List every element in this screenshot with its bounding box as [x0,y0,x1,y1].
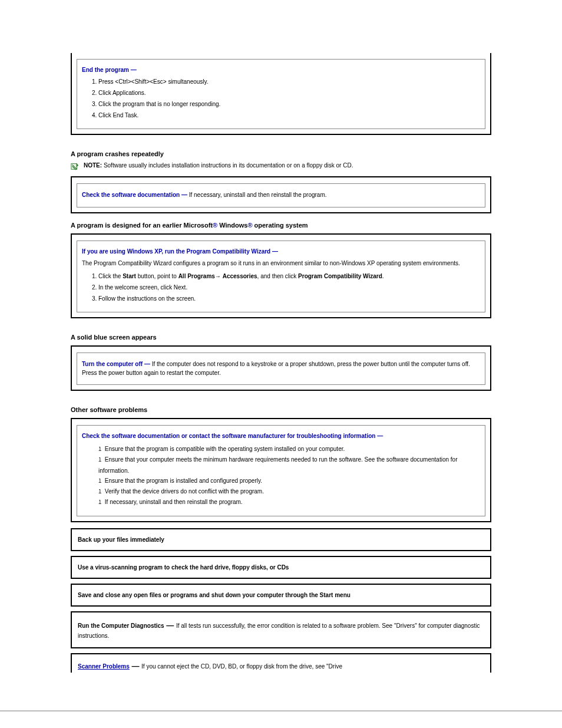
instruction-box-end-program: End the program — Press <Ctrl><Shift><Es… [71,53,491,135]
instruction-box-compat-wizard: If you are using Windows XP, run the Pro… [71,233,491,319]
inner-box: Turn the computer off — If the computer … [77,353,485,385]
dash: — [130,661,141,670]
row-box-virus-scan: Use a virus-scanning program to check th… [71,556,491,579]
step: Click End Task. [98,110,480,120]
row-box-backup: Back up your files immediately [71,528,491,551]
heading-part2: Windows [217,222,247,229]
lead-text: End the program — [82,67,137,73]
row-tail: If you cannot eject the CD, DVD, BD, or … [141,663,342,670]
row-text: Save and close any open files or program… [78,592,351,598]
lead-text: Turn the computer off — [82,361,150,367]
row-text: Use a virus-scanning program to check th… [78,564,289,571]
inner-box: Check the software documentation — If ne… [77,183,485,207]
step-text: Click the Start button, point to All Pro… [98,273,384,279]
bullet: Ensure that the program is installed and… [98,476,480,486]
inner-box: End the program — Press <Ctrl><Shift><Es… [77,59,485,129]
row-link-placeholder[interactable]: Drivers [396,622,415,629]
note-row: NOTE: Software usually includes installa… [71,162,491,170]
lead-text: Check the software documentation — [82,192,187,198]
step: In the welcome screen, click Next. [98,282,480,292]
instruction-box-contact-manufacturer: Check the software documentation or cont… [71,418,491,522]
inner-box: Check the software documentation or cont… [77,425,485,516]
row-box-diagnostics: Run the Computer Diagnostics — If all te… [71,611,491,648]
note-text: NOTE: Software usually includes installa… [84,162,353,169]
content-area: End the program — Press <Ctrl><Shift><Es… [0,0,562,689]
heading-part1: A program is designed for an earlier Mic… [71,222,213,229]
bullet: Verify that the device drivers do not co… [98,486,480,497]
bullet: Ensure that the program is compatible wi… [98,444,480,454]
step: Follow the instructions on the screen. [98,294,480,304]
scanner-problems-link[interactable]: Scanner Problems [78,663,130,670]
bullet-list: Ensure that the program is compatible wi… [90,444,480,508]
heading-other-problems: Other software problems [71,406,491,413]
footer-rule [0,710,562,711]
lead-row: If you are using Windows XP, run the Pro… [82,248,480,255]
dash: — [164,621,176,630]
para-text: The Program Compatibility Wizard configu… [82,259,480,268]
inner-box: If you are using Windows XP, run the Pro… [77,241,485,313]
tail-text: If necessary, uninstall and then reinsta… [189,192,327,198]
heading-part3: operating system [253,222,308,229]
step: Click the Start button, point to All Pro… [98,271,480,281]
row-box-save-close: Save and close any open files or program… [71,584,491,607]
bullet: If necessary, uninstall and then reinsta… [98,497,480,508]
instruction-box-turn-off: Turn the computer off — If the computer … [71,345,491,391]
step: Click Applications. [98,88,480,98]
steps-list: Press <Ctrl><Shift><Esc> simultaneously.… [90,77,480,120]
lead-row: Check the software documentation or cont… [82,433,480,439]
step: Click the program that is no longer resp… [98,99,480,109]
row-text: Back up your files immediately [78,536,164,543]
row-tail1: If all tests run successfully, the error… [176,622,396,629]
page: End the program — Press <Ctrl><Shift><Es… [0,0,562,728]
note-icon [71,162,79,170]
step: Press <Ctrl><Shift><Esc> simultaneously. [98,77,480,87]
row-box-scanner: Scanner Problems — If you cannot eject t… [71,653,491,673]
row-lead: Run the Computer Diagnostics [78,622,164,629]
steps-list: Click the Start button, point to All Pro… [90,271,480,304]
lead-text: Check the software documentation or cont… [82,433,383,439]
instruction-lead: End the program — [82,67,480,73]
note-label: NOTE: [84,162,102,169]
instruction-box-check-docs: Check the software documentation — If ne… [71,176,491,213]
registered-mark-icon: ® [247,222,252,229]
note-body: Software usually includes installation i… [104,162,353,169]
bullet: Ensure that your computer meets the mini… [98,454,480,475]
lead-text: If you are using Windows XP, run the Pro… [82,248,278,255]
registered-mark-icon: ® [213,222,217,229]
heading-crash: A program crashes repeatedly [71,150,491,157]
heading-blue-screen: A solid blue screen appears [71,334,491,341]
heading-earlier-os: A program is designed for an earlier Mic… [71,222,491,229]
